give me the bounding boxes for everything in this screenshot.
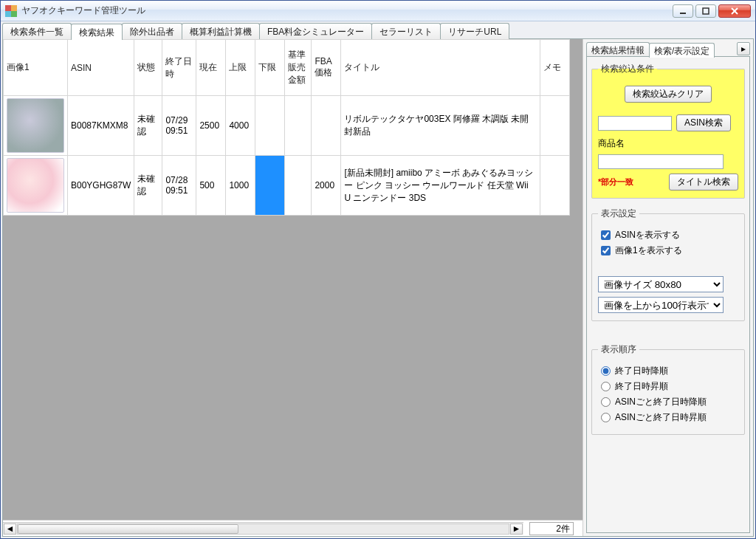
cell-lower[interactable] (255, 156, 285, 216)
order-radio-2[interactable] (601, 397, 611, 407)
column-header[interactable]: FBA価格 (312, 40, 341, 96)
cell-now[interactable]: 500 (196, 156, 226, 216)
show-image-checkbox[interactable] (601, 246, 611, 255)
asin-search-button[interactable]: ASIN検索 (676, 114, 731, 131)
cell-upper[interactable]: 1000 (226, 156, 255, 216)
cell-memo[interactable] (540, 96, 570, 156)
cell-end[interactable]: 07/29 09:51 (162, 96, 196, 156)
cell-image[interactable] (4, 156, 68, 216)
main-tabstrip: 検索条件一覧検索結果除外出品者概算利益計算機FBA料金シミュレーターセラーリスト… (2, 23, 754, 39)
minimize-button[interactable] (673, 4, 693, 18)
table-row[interactable]: B0087KMXM8未確認07/29 09:5125004000リボルテックタケ… (4, 96, 570, 156)
scroll-left-button[interactable]: ◄ (4, 523, 16, 535)
maximize-button[interactable] (695, 4, 716, 18)
show-asin-checkbox[interactable] (601, 230, 611, 240)
cell-image[interactable] (4, 96, 68, 156)
app-icon (5, 5, 17, 17)
asin-input[interactable] (598, 116, 672, 131)
show-image-label[interactable]: 画像1を表示する (615, 244, 682, 257)
order-label-3[interactable]: ASINごと終了日時昇順 (615, 411, 707, 424)
cell-status[interactable]: 未確認 (134, 156, 162, 216)
order-radio-1[interactable] (601, 382, 611, 391)
side-tab-0[interactable]: 検索結果情報 (586, 42, 650, 57)
titlebar: ヤフオクキーワード管理ツール (1, 1, 755, 21)
column-header[interactable]: タイトル (341, 40, 540, 96)
cell-base[interactable] (285, 156, 312, 216)
app-window: ヤフオクキーワード管理ツール 検索条件一覧検索結果除外出品者概算利益計算機FBA… (0, 0, 756, 539)
name-input[interactable] (598, 154, 724, 169)
cell-status[interactable]: 未確認 (134, 96, 162, 156)
cell-title[interactable]: [新品未開封] amiibo アミーボ あみぐるみヨッシー ピンク ヨッシー ウ… (341, 156, 540, 216)
thumbnail (7, 98, 64, 153)
results-grid[interactable]: 画像1ASIN状態終了日時現在上限下限基準販売金額FBA価格タイトルメモB008… (3, 39, 570, 216)
title-search-button[interactable]: タイトル検索 (669, 174, 738, 190)
cell-lower[interactable] (255, 96, 285, 156)
image-size-select[interactable]: 画像サイズ 80x80 (598, 276, 724, 292)
column-header[interactable]: 下限 (255, 40, 285, 96)
horizontal-scrollbar[interactable]: ◄ ► (3, 522, 523, 535)
name-label: 商品名 (598, 137, 625, 150)
column-header[interactable]: 終了日時 (162, 40, 196, 96)
column-header[interactable]: ASIN (68, 40, 134, 96)
table-row[interactable]: B00YGHG87W未確認07/28 09:5150010002000[新品未開… (4, 156, 570, 216)
display-legend: 表示設定 (598, 207, 639, 220)
column-header[interactable]: メモ (540, 40, 570, 96)
clear-filter-button[interactable]: 検索絞込みクリア (625, 86, 712, 103)
side-tab-1[interactable]: 検索/表示設定 (649, 43, 715, 58)
side-tabstrip: 検索結果情報検索/表示設定 (586, 42, 735, 57)
thumbnail (7, 158, 64, 213)
cell-asin[interactable]: B00YGHG87W (68, 156, 134, 216)
cell-fba[interactable] (312, 96, 341, 156)
cell-asin[interactable]: B0087KMXM8 (68, 96, 134, 156)
column-header[interactable]: 画像1 (4, 40, 68, 96)
cell-fba[interactable]: 2000 (312, 156, 341, 216)
order-radio-3[interactable] (601, 413, 611, 422)
svg-rect-1 (703, 8, 709, 14)
order-radio-0[interactable] (601, 366, 611, 376)
filter-legend: 検索絞込条件 (598, 63, 657, 75)
row-count-select[interactable]: 画像を上から100行表示する (598, 297, 724, 313)
order-label-2[interactable]: ASINごと終了日時降順 (615, 396, 707, 408)
cell-title[interactable]: リボルテックタケヤ003EX 阿修羅 木調版 未開封新品 (341, 96, 540, 156)
window-title: ヤフオクキーワード管理ツール (21, 4, 673, 17)
cell-upper[interactable]: 4000 (226, 96, 255, 156)
cell-end[interactable]: 07/28 09:51 (162, 156, 196, 216)
cell-base[interactable] (285, 96, 312, 156)
main-tab-2[interactable]: 除外出品者 (122, 23, 182, 39)
tabs-overflow-button[interactable]: ▸ (737, 42, 750, 55)
cell-memo[interactable] (540, 156, 570, 216)
order-fieldset: 表示順序 終了日時降順終了日時昇順ASINごと終了日時降順ASINごと終了日時昇… (591, 343, 745, 435)
order-legend: 表示順序 (598, 343, 639, 356)
main-tab-4[interactable]: FBA料金シミュレーター (259, 23, 372, 39)
row-count: 2件 (529, 522, 574, 535)
main-tab-1[interactable]: 検索結果 (71, 24, 123, 40)
cell-now[interactable]: 2500 (196, 96, 226, 156)
close-button[interactable] (718, 4, 751, 18)
show-asin-label[interactable]: ASINを表示する (615, 229, 680, 241)
display-fieldset: 表示設定 ASINを表示する 画像1を表示する 画像サイズ 80x80 画像を上… (591, 207, 745, 321)
filter-fieldset: 検索絞込条件 検索絞込みクリア ASIN検索 商品名 *部分一致 タイトル検索 (591, 63, 745, 199)
main-tab-0[interactable]: 検索条件一覧 (2, 23, 72, 39)
main-tab-3[interactable]: 概算利益計算機 (182, 23, 260, 39)
order-label-1[interactable]: 終了日時昇順 (615, 380, 668, 393)
column-header[interactable]: 上限 (226, 40, 255, 96)
partial-match-label: *部分一致 (598, 176, 633, 188)
column-header[interactable]: 基準販売金額 (285, 40, 312, 96)
scroll-right-button[interactable]: ► (510, 523, 523, 535)
main-tab-5[interactable]: セラーリスト (371, 23, 441, 39)
order-label-0[interactable]: 終了日時降順 (615, 365, 668, 377)
main-tab-6[interactable]: リサーチURL (440, 23, 509, 39)
column-header[interactable]: 現在 (196, 40, 226, 96)
column-header[interactable]: 状態 (134, 40, 162, 96)
